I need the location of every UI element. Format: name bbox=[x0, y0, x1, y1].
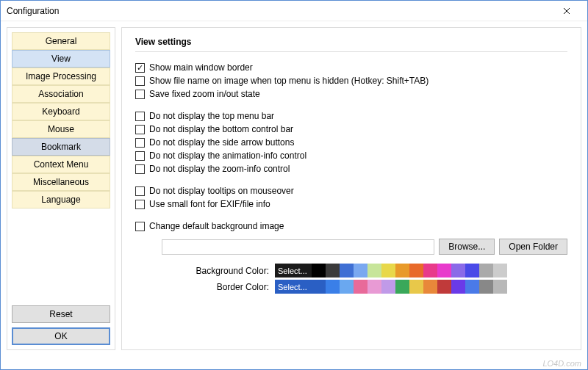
section-heading: View settings bbox=[135, 37, 567, 47]
body: GeneralViewImage ProcessingAssociationKe… bbox=[1, 21, 587, 356]
color-swatch[interactable] bbox=[395, 264, 409, 278]
checkbox[interactable] bbox=[135, 112, 145, 121]
color-swatch[interactable] bbox=[493, 280, 507, 294]
checkbox-row: Save fixed zoom in/out state bbox=[135, 89, 567, 99]
checkbox-label: Do not display the side arrow buttons bbox=[149, 137, 294, 148]
sidebar-item-context-menu[interactable]: Context Menu bbox=[12, 156, 110, 173]
bg-color-row: Background Color: Select... bbox=[135, 264, 567, 278]
ok-button[interactable]: OK bbox=[12, 327, 110, 345]
color-swatch[interactable] bbox=[465, 264, 479, 278]
watermark: LO4D.com bbox=[542, 359, 581, 368]
window-title: Configuration bbox=[7, 6, 552, 16]
checkbox[interactable] bbox=[135, 138, 145, 148]
color-swatch[interactable] bbox=[395, 280, 409, 294]
close-button[interactable] bbox=[552, 2, 581, 20]
color-swatch[interactable] bbox=[479, 280, 493, 294]
checkbox-label: Do not display the animation-info contro… bbox=[149, 150, 306, 161]
color-swatch[interactable] bbox=[381, 280, 395, 294]
color-swatch[interactable] bbox=[465, 280, 479, 294]
color-swatch[interactable] bbox=[326, 280, 340, 294]
color-select-button[interactable]: Select... bbox=[275, 280, 312, 294]
color-swatch[interactable] bbox=[340, 280, 354, 294]
sidebar-item-language[interactable]: Language bbox=[12, 191, 110, 208]
open-folder-button[interactable]: Open Folder bbox=[499, 239, 567, 255]
checkbox-row: Do not display the zoom-info control bbox=[135, 164, 567, 174]
color-swatch[interactable] bbox=[479, 264, 493, 278]
checkbox[interactable] bbox=[135, 164, 145, 174]
checkbox[interactable] bbox=[135, 76, 145, 86]
color-swatch[interactable] bbox=[368, 280, 381, 294]
checkbox-label: Do not display the top menu bar bbox=[149, 111, 274, 121]
bg-image-row: Browse... Open Folder bbox=[162, 239, 567, 255]
color-swatch[interactable] bbox=[437, 264, 451, 278]
checkbox-row: Change default background image bbox=[135, 221, 567, 231]
sidebar-item-mouse[interactable]: Mouse bbox=[12, 120, 110, 138]
checkbox-row: Do not display the bottom control bar bbox=[135, 124, 567, 134]
checkbox-row: Show main window border bbox=[135, 62, 567, 73]
sidebar-item-bookmark[interactable]: Bookmark bbox=[12, 138, 110, 156]
border-color-row: Border Color: Select... bbox=[135, 280, 567, 294]
checkbox[interactable] bbox=[135, 63, 145, 73]
divider bbox=[135, 51, 567, 52]
checkbox-row: Do not display the top menu bar bbox=[135, 111, 567, 121]
sidebar-item-image-processing[interactable]: Image Processing bbox=[12, 68, 110, 85]
color-swatch[interactable] bbox=[312, 264, 326, 278]
color-swatch[interactable] bbox=[326, 264, 340, 278]
checkbox-label: Change default background image bbox=[149, 221, 284, 231]
border-color-strip: Select... bbox=[275, 280, 507, 294]
color-swatch[interactable] bbox=[312, 280, 326, 294]
sidebar-item-association[interactable]: Association bbox=[12, 85, 110, 103]
checkbox[interactable] bbox=[135, 125, 145, 134]
checkbox[interactable] bbox=[135, 90, 145, 99]
bg-color-label: Background Color: bbox=[135, 266, 275, 276]
checkbox[interactable] bbox=[135, 186, 145, 196]
sidebar-item-general[interactable]: General bbox=[12, 32, 110, 50]
sidebar-item-view[interactable]: View bbox=[12, 50, 110, 68]
color-swatch[interactable] bbox=[340, 264, 354, 278]
checkbox-label: Do not display tooltips on mouseover bbox=[149, 186, 294, 196]
checkbox-label: Show main window border bbox=[149, 62, 253, 73]
sidebar: GeneralViewImage ProcessingAssociationKe… bbox=[7, 27, 115, 350]
checkbox-row: Do not display the animation-info contro… bbox=[135, 150, 567, 161]
titlebar: Configuration bbox=[1, 1, 587, 21]
main-panel: View settings Show main window borderSho… bbox=[121, 27, 581, 350]
color-swatch[interactable] bbox=[437, 280, 451, 294]
checkbox-label: Save fixed zoom in/out state bbox=[149, 89, 260, 99]
border-color-label: Border Color: bbox=[135, 282, 275, 292]
bg-image-path-input[interactable] bbox=[162, 239, 434, 255]
sidebar-spacer bbox=[12, 211, 110, 301]
checkbox-row: Do not display the side arrow buttons bbox=[135, 137, 567, 148]
color-swatch[interactable] bbox=[354, 264, 368, 278]
checkbox[interactable] bbox=[135, 222, 145, 231]
browse-button[interactable]: Browse... bbox=[439, 239, 495, 255]
checkbox-row: Use small font for EXIF/file info bbox=[135, 199, 567, 209]
color-swatch[interactable] bbox=[409, 280, 423, 294]
checkbox-row: Show file name on image when top menu is… bbox=[135, 76, 567, 86]
checkbox-label: Use small font for EXIF/file info bbox=[149, 199, 270, 209]
color-swatch[interactable] bbox=[381, 264, 395, 278]
color-swatch[interactable] bbox=[493, 264, 507, 278]
checkbox-label: Show file name on image when top menu is… bbox=[149, 76, 429, 86]
color-swatch[interactable] bbox=[451, 264, 465, 278]
color-swatch[interactable] bbox=[423, 264, 437, 278]
color-swatch[interactable] bbox=[451, 280, 465, 294]
bg-color-strip: Select... bbox=[275, 264, 507, 278]
checkbox-label: Do not display the zoom-info control bbox=[149, 164, 290, 174]
sidebar-item-keyboard[interactable]: Keyboard bbox=[12, 103, 110, 120]
color-select-button[interactable]: Select... bbox=[275, 264, 312, 278]
reset-button[interactable]: Reset bbox=[12, 305, 110, 323]
config-window: Configuration GeneralViewImage Processin… bbox=[0, 0, 588, 370]
checkbox-row: Do not display tooltips on mouseover bbox=[135, 186, 567, 196]
checkbox[interactable] bbox=[135, 200, 145, 209]
sidebar-item-miscellaneous[interactable]: Miscellaneous bbox=[12, 173, 110, 191]
color-swatch[interactable] bbox=[368, 264, 381, 278]
checkbox-label: Do not display the bottom control bar bbox=[149, 124, 293, 134]
close-icon bbox=[563, 7, 570, 15]
color-swatch[interactable] bbox=[354, 280, 368, 294]
color-swatch[interactable] bbox=[423, 280, 437, 294]
color-swatch[interactable] bbox=[409, 264, 423, 278]
checkbox[interactable] bbox=[135, 151, 145, 161]
